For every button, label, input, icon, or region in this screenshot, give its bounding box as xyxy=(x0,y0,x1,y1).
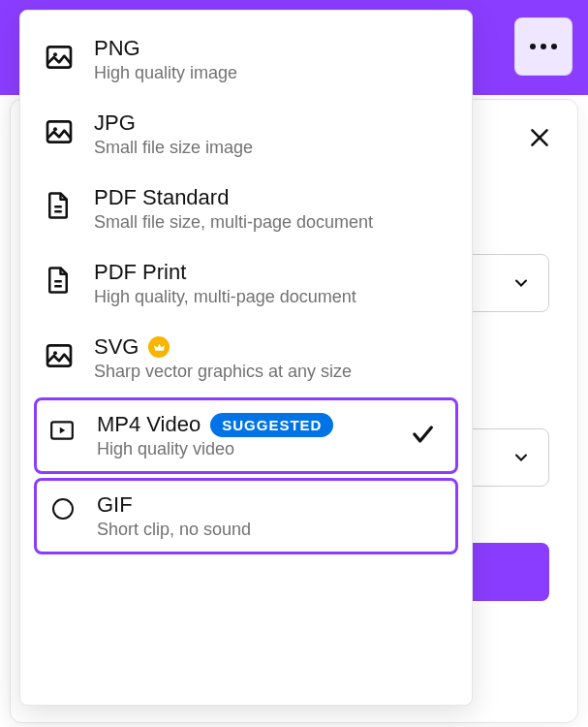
option-title: SVG xyxy=(94,334,139,360)
svg-rect-4 xyxy=(47,121,71,142)
option-title: MP4 Video xyxy=(97,412,201,437)
option-title: PNG xyxy=(94,36,140,61)
crown-icon xyxy=(148,336,170,358)
file-type-option-gif[interactable]: GIF Short clip, no sound xyxy=(34,478,458,554)
option-description: High quality image xyxy=(94,63,449,83)
close-button[interactable] xyxy=(524,122,555,153)
chevron-down-icon xyxy=(511,273,531,293)
file-icon xyxy=(44,191,75,222)
option-description: Sharp vector graphics at any size xyxy=(94,362,449,382)
file-type-option-pdf-print[interactable]: PDF Print High quality, multi-page docum… xyxy=(34,248,458,319)
gif-icon xyxy=(46,498,77,529)
svg-rect-2 xyxy=(47,47,71,67)
chevron-down-icon xyxy=(511,448,531,467)
option-description: High quality video xyxy=(97,439,446,459)
option-description: Small file size image xyxy=(94,138,449,158)
file-icon xyxy=(44,266,75,297)
svg-rect-10 xyxy=(47,345,71,365)
image-icon xyxy=(44,340,75,371)
check-icon xyxy=(409,421,436,452)
image-icon xyxy=(44,42,75,73)
option-description: Small file size, multi-page document xyxy=(94,212,449,233)
option-title: JPG xyxy=(94,111,136,136)
option-title: PDF Print xyxy=(94,260,186,285)
file-type-option-pdf-standard[interactable]: PDF Standard Small file size, multi-page… xyxy=(34,174,458,244)
video-icon xyxy=(46,418,77,449)
option-description: Short clip, no sound xyxy=(97,520,446,540)
file-type-dropdown[interactable]: PNG High quality image JPG Small file si… xyxy=(19,10,473,706)
file-type-option-jpg[interactable]: JPG Small file size image xyxy=(34,99,458,170)
download-button-background[interactable] xyxy=(461,543,549,601)
svg-marker-13 xyxy=(60,427,65,434)
suggested-badge: SUGGESTED xyxy=(210,413,333,437)
option-title: PDF Standard xyxy=(94,185,229,210)
file-type-option-svg[interactable]: SVG Sharp vector graphics at any size xyxy=(34,323,458,394)
more-menu-button[interactable] xyxy=(514,17,573,76)
option-description: High quality, multi-page document xyxy=(94,287,449,307)
file-type-option-png[interactable]: PNG High quality image xyxy=(34,24,458,95)
file-type-option-mp4[interactable]: MP4 Video SUGGESTED High quality video xyxy=(34,397,458,474)
image-icon xyxy=(44,116,75,147)
option-title: GIF xyxy=(97,492,133,518)
